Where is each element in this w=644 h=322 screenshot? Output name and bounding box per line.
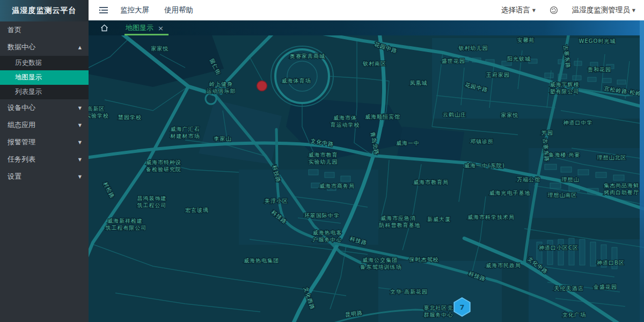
poi-label: 威海公交集团 (362, 257, 398, 263)
sidebar-item-label: 设置 (8, 172, 21, 181)
sidebar: 温湿度监测云平台 首页 数据中心 ▲ 历史数据 地图显示 列表显示 设备中心 ▼… (0, 0, 89, 322)
home-tab-button[interactable] (100, 24, 108, 32)
poi-label: 威海市商务局 (319, 183, 355, 189)
sidebar-item-device-center[interactable]: 设备中心 ▼ (0, 99, 89, 116)
sidebar-item-label: 组态应用 (8, 120, 35, 130)
poi-label: 寨北社区党 (424, 305, 453, 311)
poi-label: 芳园 (541, 130, 553, 136)
chevron-down-icon: ▼ (78, 106, 82, 111)
poi-label: 钦村南区 (362, 61, 386, 67)
poi-label: 塑有限公司 (550, 89, 580, 94)
poi-label: 威海热电集团 (244, 258, 279, 264)
close-icon[interactable]: × (158, 24, 164, 32)
map-container[interactable]: 家家悦奥赛家具商城威海体育场钦村南区凤凰城盛世花园钦村幼儿园安馨苑WEGO时光城… (89, 35, 644, 322)
poi-label: 阳光钦城 (507, 56, 531, 62)
top-header: 监控大屏 使用帮助 选择语言 ▼ 温湿度监测管理员 ▼ (89, 0, 644, 20)
poi-label: 理想山北区 (597, 155, 627, 160)
poi-label: 邓镇诊所 (470, 138, 494, 144)
poi-label: 威海市应急消 (380, 215, 416, 221)
poi-label: 威海光电子基地 (489, 190, 531, 196)
sidebar-item-label: 任务列表 (8, 155, 35, 164)
sidebar-item-history-data[interactable]: 历史数据 (0, 56, 89, 70)
poi-label: 盛世花园 (442, 58, 465, 64)
poi-label: 威海广汇石 (171, 126, 200, 132)
poi-label: 威海新祥检建 (107, 218, 143, 224)
poi-label: 威海一中(东院) (464, 163, 505, 169)
chevron-down-icon: ▼ (78, 157, 82, 162)
poi-label: 凤凰城 (410, 80, 428, 86)
poi-label: 慧园学校 (118, 114, 142, 120)
poi-label: 威海顺恒宾馆 (365, 114, 400, 120)
poi-label: 实验学校 (89, 113, 109, 119)
poi-label: 安馨苑 (517, 37, 535, 43)
poi-label: 威海热电客 (313, 230, 342, 236)
nav-monitor-screen[interactable]: 监控大屏 (120, 5, 149, 15)
sidebar-item-data-center[interactable]: 数据中心 ▲ (0, 39, 89, 56)
tab-bar: 地图显示 × (89, 20, 644, 36)
poi-label: 威海市科学技术局 (467, 214, 515, 220)
sidebar-item-label: 列表显示 (15, 87, 42, 97)
map-canvas[interactable]: 家家悦奥赛家具商城威海体育场钦村南区凤凰城盛世花园钦村幼儿园安馨苑WEGO时光城… (89, 35, 644, 322)
nav-help[interactable]: 使用帮助 (164, 5, 193, 15)
poi-label: 新威大厦 (427, 216, 451, 222)
sidebar-item-task-list[interactable]: 任务列表 ▼ (0, 151, 89, 168)
poi-label: 群服务中心 (424, 312, 453, 318)
poi-label: 集杰尚品海鲜 (604, 182, 639, 188)
poi-label: 家家悦 (501, 112, 519, 118)
sidebar-menu: 首页 数据中心 ▲ 历史数据 地图显示 列表显示 设备中心 ▼ 组态应用 ▼ 报… (0, 21, 89, 185)
poi-label: 育运动学校 (331, 122, 360, 128)
theme-palette-button[interactable] (550, 6, 558, 14)
palette-icon (550, 6, 558, 14)
poi-label: 神道口中学 (564, 120, 593, 126)
poi-label: 文华·高新花园 (390, 289, 428, 295)
sidebar-item-home[interactable]: 首页 (0, 21, 89, 39)
poi-label: 威海市教育局 (413, 179, 449, 185)
poi-label: 奥赛家具商城 (290, 53, 325, 59)
content-edge-strip (640, 20, 644, 322)
poi-label: 材建材市场 (170, 133, 200, 139)
poi-label: 筑工程有限公司 (106, 225, 147, 231)
collapse-sidebar-button[interactable] (99, 6, 108, 14)
chevron-down-icon: ▼ (632, 8, 635, 13)
header-right: 选择语言 ▼ 温湿度监测管理员 ▼ (501, 5, 644, 15)
sidebar-item-label: 首页 (8, 25, 21, 35)
poi-label: 威海宇辉模 (550, 82, 580, 87)
poi-label: 李家山 (214, 136, 232, 142)
sidebar-item-configuration-app[interactable]: 组态应用 ▼ (0, 116, 89, 134)
poi-label: 鲁东驾培训练场 (361, 264, 402, 270)
sidebar-item-label: 报警管理 (8, 137, 35, 147)
alert-marker[interactable] (257, 81, 267, 91)
poi-label: 保时杰驾校 (409, 257, 439, 262)
sidebar-item-list-display[interactable]: 列表显示 (0, 85, 89, 99)
chevron-down-icon: ▼ (78, 174, 82, 179)
poi-label: 威海市教育 (309, 152, 338, 158)
home-icon (100, 24, 108, 32)
poi-label: 贵和花园 (588, 67, 611, 72)
user-menu[interactable]: 温湿度监测管理员 ▼ (572, 5, 635, 15)
poi-label: 美浮小区 (265, 198, 288, 204)
sidebar-item-alarm-management[interactable]: 报警管理 ▼ (0, 134, 89, 151)
sidebar-item-label: 地图显示 (15, 73, 42, 82)
tab-map-display[interactable]: 地图显示 × (126, 20, 164, 35)
poi-label: 筑工程公司 (137, 202, 167, 208)
chevron-down-icon: ▼ (78, 140, 82, 145)
language-selector[interactable]: 选择语言 ▼ (501, 5, 536, 15)
poi-label: 环翠国际中学 (304, 213, 340, 218)
poi-label: WEGO时光城 (579, 38, 616, 44)
poi-label: 实验幼儿园 (309, 159, 338, 165)
poi-label: 王府家园 (486, 72, 510, 78)
poi-label: 备检验研究院 (146, 166, 181, 172)
poi-label: 钦村幼儿园 (458, 45, 488, 51)
sidebar-item-settings[interactable]: 设置 ▼ (0, 168, 89, 185)
chevron-down-icon: ▼ (532, 8, 536, 13)
poi-label: 云鹤山庄 (443, 112, 466, 118)
poi-label: 威海市特种设 (146, 159, 181, 165)
poi-label: 理想山 (562, 177, 580, 182)
poi-label: 昌鸿装饰建 (137, 195, 167, 201)
sidebar-item-map-display[interactable]: 地图显示 (0, 70, 89, 85)
sidebar-item-label: 历史数据 (15, 58, 42, 68)
poi-label: 神道口小区C区 (539, 245, 579, 251)
poi-label: 宏玄玻璃 (185, 207, 209, 213)
poi-label: 文化广场 (562, 312, 586, 318)
poi-label: 天伦天酒店 (554, 286, 584, 291)
